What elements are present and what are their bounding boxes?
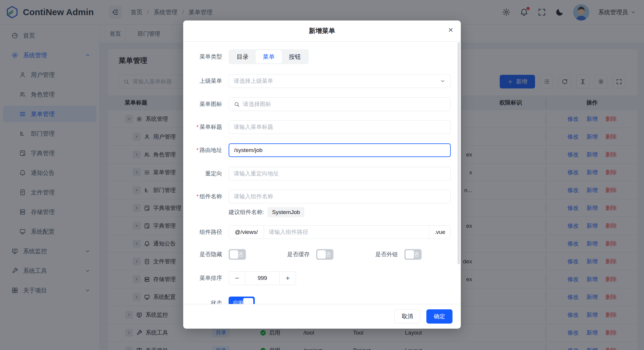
field-label: 路由地址 [200, 147, 222, 153]
field-label: 组件名称 [200, 193, 222, 199]
path-prefix: @/views/ [229, 226, 264, 239]
form-row-redirect: 重定向 [183, 167, 451, 180]
route-path-input[interactable] [229, 143, 451, 157]
form-row-switches: 是否隐藏 否 是否缓存 否 是否外链 否 [183, 248, 451, 260]
form-row-component-name: *组件名称 [183, 190, 451, 203]
chevron-down-icon [440, 78, 446, 84]
cancel-button[interactable]: 取消 [394, 309, 420, 324]
plus-button[interactable]: + [280, 272, 296, 285]
close-icon[interactable]: × [448, 26, 453, 34]
menu-type-segmented: 目录菜单按钮 [229, 49, 309, 64]
sort-value[interactable]: 999 [245, 272, 280, 285]
minus-button[interactable]: − [229, 272, 245, 285]
modal-scrollbar[interactable] [458, 42, 460, 264]
add-menu-modal: 新增菜单 × 菜单类型 目录菜单按钮 上级菜单 请选择上级菜单 菜单图标 [183, 20, 461, 329]
form-row-status: 状态 启用 [183, 296, 451, 304]
form-row-component-path: 组件路径 @/views/ .vue [183, 225, 451, 239]
search-icon [234, 101, 240, 107]
toggle-switch[interactable]: 否 [316, 249, 333, 260]
modal-title: 新增菜单 [309, 26, 335, 35]
field-label: 菜单图标 [183, 100, 222, 108]
form-row-menu-icon: 菜单图标 [183, 97, 451, 111]
menu-type-option-2[interactable]: 按钮 [282, 50, 308, 63]
field-label: 状态 [183, 299, 222, 304]
field-label: 菜单类型 [183, 53, 222, 61]
confirm-button[interactable]: 确定 [426, 309, 452, 324]
switch-group: 是否隐藏 否 [183, 248, 246, 260]
redirect-input[interactable] [229, 167, 451, 180]
switch-group: 是否缓存 否 [271, 248, 333, 260]
toggle-switch[interactable]: 否 [404, 249, 422, 260]
field-label: 是否外链 [359, 251, 398, 258]
component-name-input[interactable] [229, 190, 451, 203]
field-label: 是否隐藏 [183, 251, 222, 258]
menu-icon-input[interactable] [229, 97, 451, 111]
field-label: 菜单标题 [200, 124, 222, 130]
form-row-parent-menu: 上级菜单 请选择上级菜单 [183, 74, 451, 88]
field-label: 组件路径 [183, 228, 222, 236]
suggest-tag[interactable]: SystemJob [268, 207, 304, 217]
component-path-input-group: @/views/ .vue [229, 225, 451, 239]
menu-type-option-0[interactable]: 目录 [230, 50, 256, 63]
field-label: 菜单排序 [183, 274, 222, 282]
parent-menu-select[interactable]: 请选择上级菜单 [229, 74, 451, 88]
form-row-menu-type: 菜单类型 目录菜单按钮 [183, 49, 451, 64]
path-suffix: .vue [429, 226, 450, 239]
component-name-hint-row: 建议组件名称: SystemJob [183, 207, 451, 218]
form-row-route-path: *路由地址 [183, 143, 451, 157]
field-label: 重定向 [183, 170, 222, 178]
suggest-label: 建议组件名称: [229, 208, 264, 216]
status-toggle[interactable]: 启用 [229, 297, 255, 304]
field-label: 是否缓存 [271, 251, 310, 258]
field-label: 上级菜单 [183, 77, 222, 85]
form-row-menu-title: *菜单标题 [183, 120, 451, 134]
form-row-menu-sort: 菜单排序 − 999 + [183, 271, 451, 285]
sort-stepper: − 999 + [229, 271, 296, 285]
component-path-input[interactable] [264, 226, 429, 239]
toggle-switch[interactable]: 否 [229, 249, 246, 260]
menu-title-input[interactable] [229, 120, 451, 134]
menu-type-option-1[interactable]: 菜单 [256, 50, 282, 63]
switch-group: 是否外链 否 [359, 248, 422, 260]
